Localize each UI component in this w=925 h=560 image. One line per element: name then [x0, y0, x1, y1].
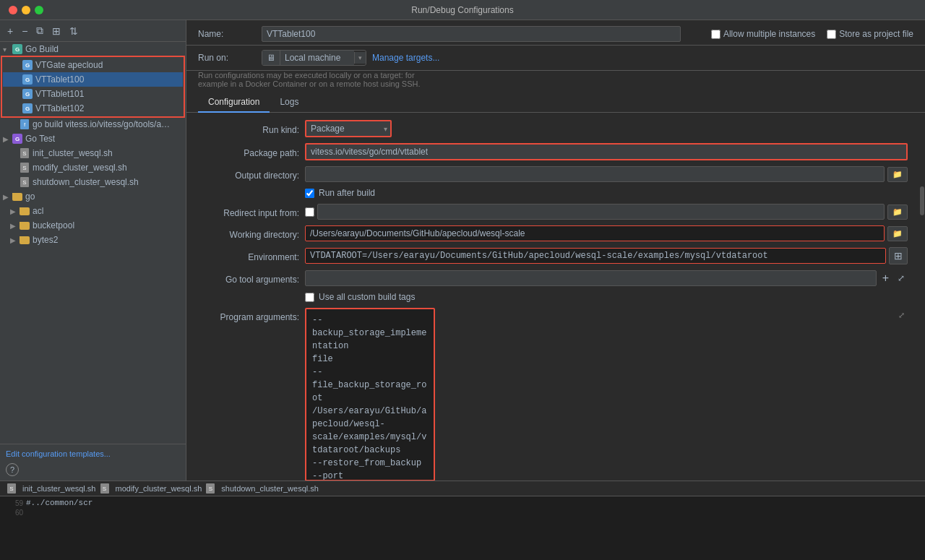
remove-config-button[interactable]: −	[19, 24, 30, 38]
store-project-checkbox[interactable]	[827, 30, 836, 39]
store-project-label[interactable]: Store as project file	[827, 29, 913, 39]
go-test-label: Go Test	[25, 134, 55, 144]
scrollbar-thumb	[920, 186, 924, 215]
vttablet101-label: VTTablet101	[35, 89, 84, 99]
init-cluster-label: init_cluster_wesql.sh	[33, 148, 113, 158]
working-dir-input[interactable]	[305, 225, 885, 241]
minimize-button[interactable]	[22, 6, 30, 14]
run-on-select-wrap: 🖥 Local machine ▾	[262, 50, 366, 66]
help-button[interactable]: ?	[6, 463, 19, 476]
window-title: Run/Debug Configurations	[411, 5, 513, 15]
run-on-label: Run on:	[198, 53, 256, 63]
program-args-label: Program arguments:	[198, 308, 299, 322]
manage-targets-link[interactable]: Manage targets...	[372, 53, 439, 63]
output-dir-input[interactable]	[305, 166, 885, 182]
copy-config-button[interactable]: ⧉	[33, 23, 46, 38]
output-dir-label: Output directory:	[198, 168, 299, 181]
bytes2-item[interactable]: ▶ bytes2	[0, 233, 186, 247]
working-dir-label: Working directory:	[198, 228, 299, 240]
tab-configuration[interactable]: Configuration	[198, 92, 270, 113]
go-tool-args-label: Go tool arguments:	[198, 272, 299, 285]
sh-file-icon: S	[6, 483, 17, 494]
vttablet102-label: VTTablet102	[35, 103, 84, 113]
bucketpool-icon	[19, 220, 30, 231]
code-line-59: #../common/scr	[26, 499, 92, 507]
bottom-code-line-60: 60	[0, 508, 925, 517]
sidebar: + − ⧉ ⊞ ⇅ ▾ G Go Build G VTGate apecloud	[0, 20, 186, 481]
folder-config-button[interactable]: ⊞	[49, 24, 64, 38]
package-path-input[interactable]	[305, 143, 908, 160]
tabs-bar: Configuration Logs	[186, 92, 925, 113]
output-dir-wrap: 📁	[305, 166, 908, 182]
allow-multiple-checkbox[interactable]	[711, 30, 720, 39]
modify-cluster-icon: S	[19, 162, 30, 173]
go-build-section[interactable]: ▾ G Go Build	[0, 42, 186, 56]
title-bar: Run/Debug Configurations	[0, 0, 925, 20]
tab-logs[interactable]: Logs	[270, 92, 309, 113]
custom-tags-checkbox[interactable]	[305, 293, 314, 302]
environment-label: Environment:	[198, 250, 299, 262]
redirect-input-folder-button[interactable]: 📁	[887, 204, 908, 220]
bytes2-icon	[19, 234, 30, 246]
bottom-file-1: init_cluster_wesql.sh	[22, 484, 96, 493]
program-args-expand-button[interactable]: ⤢	[898, 311, 905, 320]
program-args-row: Program arguments: --backup_storage_impl…	[198, 308, 908, 481]
go-build-file-icon: f	[19, 119, 30, 130]
redirect-input-input[interactable]	[317, 204, 885, 220]
go-build-file-item[interactable]: f go build vitess.io/vitess/go/tools/a…	[0, 117, 186, 132]
highlighted-config-group: G VTGate apecloud G VTTablet100 G VTTabl…	[3, 58, 183, 116]
vttablet102-icon: G	[22, 103, 33, 114]
go-tool-args-expand-button[interactable]: ⤢	[895, 273, 908, 283]
sort-config-button[interactable]: ⇅	[66, 24, 81, 38]
go-folder-icon	[12, 191, 23, 202]
go-tool-args-input[interactable]	[305, 270, 877, 286]
local-machine-icon: 🖥	[262, 51, 280, 65]
vtgate-label: VTGate apecloud	[35, 60, 103, 70]
bottom-code-line-59: 59 #../common/scr	[0, 498, 925, 508]
maximize-button[interactable]	[35, 6, 43, 14]
run-on-select-arrow: ▾	[354, 52, 366, 64]
vtgate-item[interactable]: G VTGate apecloud	[3, 58, 183, 72]
environment-edit-button[interactable]: ⊞	[889, 247, 908, 264]
run-on-select[interactable]: Local machine	[280, 51, 354, 65]
go-test-expand-icon: ▶	[3, 135, 12, 143]
vttablet102-item[interactable]: G VTTablet102	[3, 101, 183, 116]
bottom-file-3: shutdown_cluster_wesql.sh	[221, 484, 319, 493]
config-scrollbar[interactable]	[919, 113, 925, 481]
init-cluster-item[interactable]: S init_cluster_wesql.sh	[0, 146, 186, 160]
vttablet101-item[interactable]: G VTTablet101	[3, 87, 183, 101]
modify-cluster-item[interactable]: S modify_cluster_wesql.sh	[0, 160, 186, 175]
environment-input[interactable]	[305, 248, 886, 264]
sidebar-bottom: Edit configuration templates... ?	[0, 444, 186, 481]
go-tool-args-row: Go tool arguments: + ⤢	[198, 270, 908, 286]
config-panel: Name: Allow multiple instances Store as …	[186, 20, 925, 481]
vttablet100-label: VTTablet100	[35, 74, 84, 85]
vttablet101-icon: G	[22, 88, 33, 100]
modify-cluster-label: modify_cluster_wesql.sh	[33, 163, 127, 173]
vttablet100-item[interactable]: G VTTablet100	[3, 72, 183, 87]
sidebar-tree: ▾ G Go Build G VTGate apecloud G VTTable…	[0, 42, 186, 444]
working-dir-folder-button[interactable]: 📁	[887, 226, 908, 241]
output-dir-folder-button[interactable]: 📁	[887, 167, 908, 182]
custom-tags-label: Use all custom build tags	[319, 292, 415, 302]
edit-config-templates-link[interactable]: Edit configuration templates...	[6, 449, 111, 458]
go-folder-item[interactable]: ▶ go	[0, 189, 186, 204]
run-after-build-checkbox[interactable]	[305, 189, 314, 198]
acl-item[interactable]: ▶ acl	[0, 204, 186, 218]
redirect-input-checkbox[interactable]	[305, 207, 314, 217]
name-input[interactable]	[262, 26, 681, 42]
bucketpool-item[interactable]: ▶ bucketpool	[0, 218, 186, 233]
run-kind-label: Run kind:	[198, 123, 299, 135]
shutdown-cluster-item[interactable]: S shutdown_cluster_wesql.sh	[0, 175, 186, 189]
name-label: Name:	[198, 29, 256, 39]
go-test-section[interactable]: ▶ G Go Test	[0, 132, 186, 146]
sidebar-toolbar: + − ⧉ ⊞ ⇅	[0, 20, 186, 42]
go-tool-args-add-button[interactable]: +	[879, 272, 892, 285]
add-config-button[interactable]: +	[4, 24, 16, 38]
allow-multiple-label[interactable]: Allow multiple instances	[711, 29, 815, 39]
run-on-hint: Run configurations may be executed local…	[186, 71, 925, 92]
expand-icon: ▾	[3, 46, 12, 53]
program-args-textarea[interactable]: --backup_storage_implementation file --f…	[305, 308, 435, 481]
close-button[interactable]	[9, 6, 17, 14]
run-kind-select[interactable]: Package	[305, 120, 392, 137]
